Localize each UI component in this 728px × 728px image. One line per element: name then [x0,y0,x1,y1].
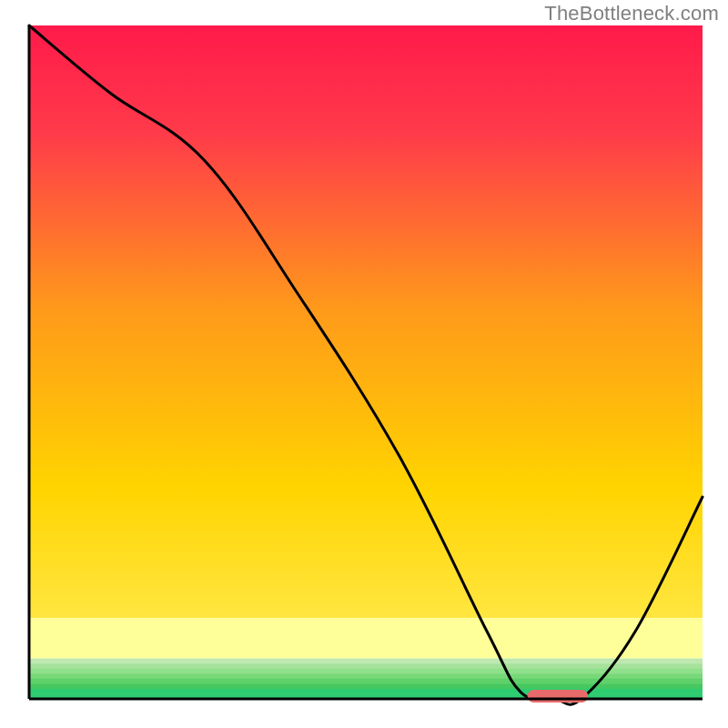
gradient-red-yellow [29,25,703,618]
svg-rect-5 [29,683,703,689]
bottleneck-chart [0,0,728,728]
optimal-range-marker [528,690,589,703]
svg-rect-0 [29,659,703,664]
chart-svg [0,0,728,728]
pale-yellow-band [29,618,703,658]
svg-rect-2 [29,669,703,674]
watermark-text: TheBottleneck.com [544,2,719,25]
svg-rect-1 [29,663,703,669]
svg-rect-6 [29,689,703,694]
